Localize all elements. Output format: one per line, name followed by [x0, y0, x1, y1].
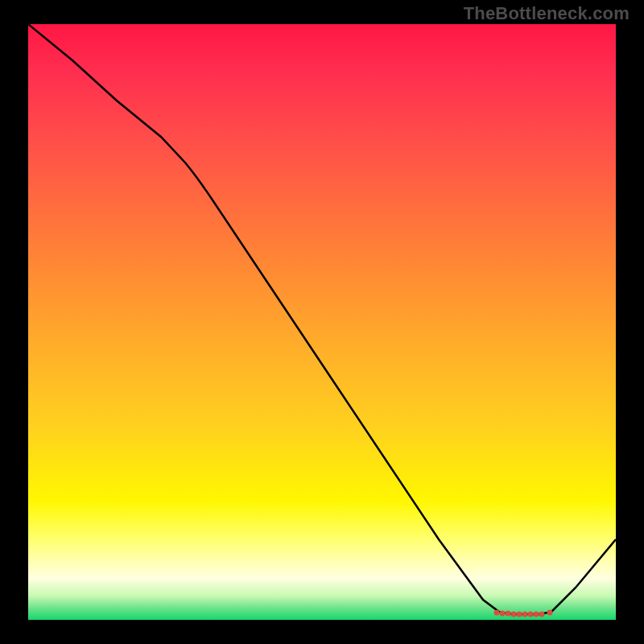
data-point	[506, 611, 511, 617]
data-point	[528, 612, 534, 617]
data-point	[494, 610, 500, 616]
data-point	[517, 612, 522, 617]
data-point	[547, 610, 553, 616]
data-point	[500, 611, 506, 617]
data-point	[534, 612, 539, 617]
chart-svg	[28, 24, 616, 620]
plot-area	[28, 24, 616, 620]
watermark-text: TheBottleneck.com	[464, 3, 630, 24]
bottom-point-cluster	[494, 610, 553, 617]
data-line	[28, 24, 616, 614]
data-point	[511, 612, 517, 617]
chart-frame: TheBottleneck.com	[0, 0, 644, 644]
data-point	[539, 612, 545, 617]
data-point	[522, 612, 528, 617]
